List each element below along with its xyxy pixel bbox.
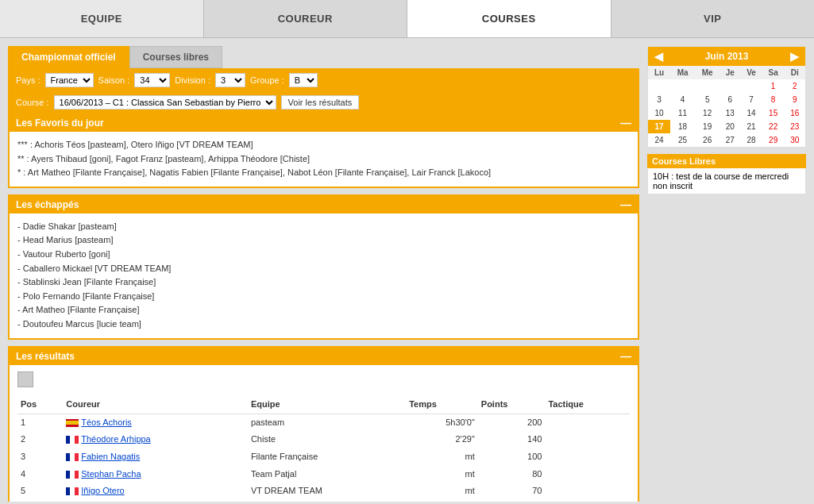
courses-libres-panel: Courses Libres 10H : test de la course d… [647,154,806,194]
resultats-section: Les résultats — Pos Coureur Equipe Temps… [8,346,639,502]
calendar-day[interactable]: 9 [785,93,805,106]
result-equipe: pasteam [248,414,406,431]
calendar-day[interactable]: 27 [719,133,740,147]
tab-championnat[interactable]: Championnat officiel [8,46,129,68]
list-item: - Head Marius [pasteam] [17,233,630,248]
saison-select[interactable]: 34 [134,73,170,87]
calendar-day[interactable]: 11 [670,106,695,120]
list-item: - Stablinski Jean [Filante Française] [17,275,630,290]
calendar-prev-button[interactable]: ◀ [654,50,663,63]
echappes-toggle[interactable]: — [620,198,631,211]
calendar-day[interactable]: 14 [740,106,762,120]
calendar-day[interactable]: 22 [762,120,785,133]
top-navigation: EQUIPE COUREUR COURSES VIP [0,0,814,38]
result-temps: mt [406,448,478,466]
table-row: 6Matheo ArtFilante Françaisemt60 [17,500,630,502]
calendar-day[interactable]: 7 [740,93,762,106]
calendar-day[interactable]: 26 [695,133,719,147]
calendar-day[interactable]: 15 [762,106,785,120]
calendar-grid: LuMaMeJeVeSaDi12345678910111213141516171… [648,66,805,147]
col-equipe: Equipe [248,396,406,414]
result-tactique [545,500,630,502]
result-temps: 2'29" [406,431,478,448]
nav-courses[interactable]: COURSES [407,0,611,37]
nav-equipe[interactable]: EQUIPE [0,0,204,37]
calendar-day[interactable]: 30 [785,133,805,147]
favoris-toggle[interactable]: — [620,117,631,129]
calendar-day-header: Di [785,66,805,79]
groupe-select[interactable]: B [289,73,318,87]
calendar-day[interactable]: 8 [762,93,785,106]
pays-label: Pays : [16,75,41,85]
favoris-title: Les Favoris du jour [16,117,104,129]
result-tactique [545,466,630,483]
result-tactique [545,448,630,466]
calendar-day-header: Ma [670,66,695,79]
pays-select[interactable]: France [45,73,94,87]
list-item: - Caballero Mickael [VT DREAM TEAM] [17,262,630,276]
cl-line2: non inscrit [653,181,800,190]
list-item: - Vautour Ruberto [goni] [17,248,630,262]
calendar-day[interactable]: 23 [785,120,805,133]
list-item: - Dadie Shakar [pasteam] [17,220,630,234]
voir-resultats-button[interactable]: Voir les résultats [281,95,360,110]
calendar-header: ◀ Juin 2013 ▶ [648,47,805,66]
calendar-day[interactable]: 24 [648,133,670,147]
calendar-day[interactable]: 6 [719,93,740,106]
result-points: 200 [478,414,546,431]
flag-icon [66,436,79,444]
calendar-day[interactable]: 28 [740,133,762,147]
calendar-day[interactable]: 3 [648,93,670,106]
calendar-day[interactable]: 16 [785,106,805,120]
calendar-day[interactable]: 21 [740,120,762,133]
cl-line1: 10H : test de la course de mercredi [653,171,800,181]
calendar-day[interactable]: 4 [670,93,695,106]
calendar-day[interactable]: 19 [695,120,719,133]
calendar-day[interactable]: 12 [695,106,719,120]
division-select[interactable]: 3 [215,73,245,87]
calendar-day[interactable]: 10 [648,106,670,120]
result-equipe: Filante Française [248,500,406,502]
calendar-day-header: Me [695,66,719,79]
left-panel: Championnat officiel Courses libres Pays… [8,46,639,496]
result-coureur[interactable]: Téos Achoris [63,414,248,431]
course-tabs: Championnat officiel Courses libres [8,46,639,68]
flag-icon [66,471,79,479]
result-coureur[interactable]: Matheo Art [63,500,248,502]
col-pos: Pos [17,396,63,414]
list-item: - Polo Fernando [Filante Française] [17,290,630,304]
result-pos: 5 [17,483,63,500]
calendar-day[interactable]: 17 [648,120,670,133]
calendar-day[interactable]: 18 [670,120,695,133]
tab-libres[interactable]: Courses libres [129,46,222,68]
result-coureur[interactable]: Stephan Pacha [63,466,248,483]
nav-coureur[interactable]: COUREUR [204,0,408,37]
favoris-line3: * : Art Matheo [Filante Française], Naga… [17,166,630,180]
nav-vip[interactable]: VIP [611,0,815,37]
calendar-day[interactable]: 1 [762,79,785,93]
resultats-toggle[interactable]: — [620,350,631,363]
calendar-day[interactable]: 5 [695,93,719,106]
course-select[interactable]: 16/06/2013 – C1 : Classica San Sebastian… [54,95,276,110]
result-coureur[interactable]: Iñigo Otero [63,483,248,500]
saison-label: Saison : [98,75,130,85]
filters-row1: Pays : France Saison : 34 Division : 3 G… [8,68,639,92]
calendar-day [740,79,762,93]
table-row: 5Iñigo OteroVT DREAM TEAMmt70 [17,483,630,500]
result-temps: mt [406,483,478,500]
calendar-day[interactable]: 20 [719,120,740,133]
result-equipe: Filante Française [248,448,406,466]
echappes-body: - Dadie Shakar [pasteam] - Head Marius [… [10,214,638,338]
courses-libres-body: 10H : test de la course de mercredi non … [647,168,806,194]
calendar-day[interactable]: 29 [762,133,785,147]
calendar-day[interactable]: 13 [719,106,740,120]
result-coureur[interactable]: Théodore Arhippa [63,431,248,448]
result-tactique [545,431,630,448]
result-pos: 2 [17,431,63,448]
resultats-title: Les résultats [16,351,75,362]
result-coureur[interactable]: Fabien Nagatis [63,448,248,466]
calendar-day[interactable]: 25 [670,133,695,147]
calendar-next-button[interactable]: ▶ [790,50,799,63]
calendar-day[interactable]: 2 [785,79,805,93]
export-icon[interactable] [17,371,33,387]
